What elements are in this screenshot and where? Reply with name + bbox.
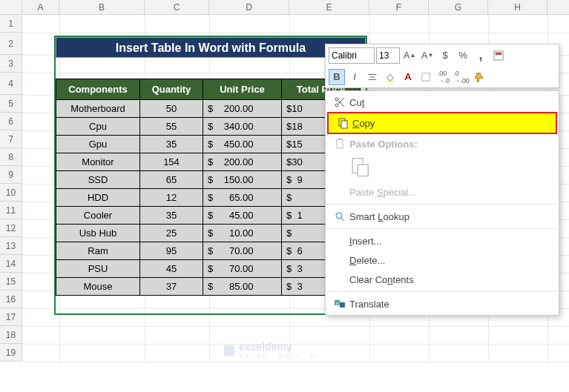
table-cell[interactable]: Cooler [56, 207, 140, 225]
table-cell[interactable]: 95 [140, 242, 203, 260]
menu-copy[interactable]: Copy [327, 112, 557, 134]
svg-rect-14 [338, 139, 341, 140]
increase-decimal-icon[interactable]: .00→.0 [435, 69, 452, 85]
table-cell[interactable]: HDD [56, 189, 140, 207]
row-header-13[interactable]: 13 [0, 237, 22, 255]
row-header-5[interactable]: 5 [0, 95, 22, 113]
row-header-19[interactable]: 19 [0, 344, 22, 362]
row-header-7[interactable]: 7 [0, 130, 22, 148]
data-table: ComponentsQuantityUnit PriceTotal Price … [56, 79, 361, 296]
bold-button[interactable]: B [329, 69, 345, 85]
col-header-B[interactable]: B [59, 0, 145, 14]
align-center-icon[interactable] [364, 69, 381, 85]
table-cell[interactable]: 45 [140, 260, 203, 278]
fill-color-icon[interactable] [382, 69, 398, 85]
row-header-12[interactable]: 12 [0, 219, 22, 237]
svg-line-9 [338, 101, 344, 107]
table-cell[interactable]: 50 [140, 100, 203, 118]
col-header-H[interactable]: H [488, 0, 547, 14]
increase-font-icon[interactable]: A▲ [401, 47, 418, 64]
table-cell[interactable]: 154 [140, 153, 203, 171]
mini-toolbar: A▲ A▼ $ % , B I A .00→.0 .0→.00 [325, 44, 559, 88]
table-cell[interactable]: 37 [140, 278, 203, 296]
table-cell[interactable]: Ram [56, 242, 140, 260]
paste-option-icon[interactable] [349, 156, 370, 177]
menu-paste-special[interactable]: Paste Special... [326, 182, 559, 202]
col-header-C[interactable]: C [145, 0, 209, 14]
col-header-D[interactable]: D [209, 0, 289, 14]
table-cell[interactable]: $ 200.00 [203, 153, 282, 171]
row-header-17[interactable]: 17 [0, 308, 22, 326]
menu-cut[interactable]: Cut [326, 93, 559, 112]
table-cell[interactable]: Motherboard [56, 100, 140, 118]
table-cell[interactable]: $ 85.00 [203, 278, 282, 296]
row-header-18[interactable]: 18 [0, 326, 22, 344]
svg-rect-5 [387, 81, 395, 82]
comma-format-icon[interactable]: , [473, 47, 489, 64]
table-cell[interactable]: Gpu [56, 136, 140, 153]
table-cell[interactable]: $ 150.00 [203, 171, 282, 189]
row-header-14[interactable]: 14 [0, 255, 22, 273]
italic-button[interactable]: I [346, 69, 363, 85]
translate-icon: a [330, 298, 349, 310]
table-row: Cooler35$ 45.00$ 1 [56, 207, 361, 225]
row-header-15[interactable]: 15 [0, 273, 22, 290]
menu-translate[interactable]: a Translate [326, 294, 559, 313]
col-header-F[interactable]: F [369, 0, 429, 14]
menu-clear-contents[interactable]: Clear Contents [326, 270, 559, 289]
table-cell[interactable]: 12 [140, 189, 203, 207]
menu-paste-options-label: Paste Options: [326, 134, 559, 153]
row-header-16[interactable]: 16 [0, 290, 22, 308]
table-cell[interactable]: $ 10.00 [203, 225, 282, 242]
title-cell: Insert Table In Word with Formula [56, 37, 366, 58]
row-header-9[interactable]: 9 [0, 166, 22, 184]
row-header-3[interactable]: 3 [0, 55, 22, 73]
table-cell[interactable]: $ 70.00 [203, 242, 282, 260]
table-cell[interactable]: $ 70.00 [203, 260, 282, 278]
table-cell[interactable]: 35 [140, 136, 203, 153]
col-header-G[interactable]: G [429, 0, 488, 14]
table-cell[interactable]: $ 45.00 [203, 207, 282, 225]
table-cell[interactable]: 25 [140, 225, 203, 242]
svg-point-8 [335, 98, 338, 101]
row-header-4[interactable]: 4 [0, 73, 22, 95]
row-header-11[interactable]: 11 [0, 202, 22, 219]
row-header-1[interactable]: 1 [0, 15, 22, 33]
row-header-2[interactable]: 2 [0, 33, 22, 55]
font-family-select[interactable] [329, 47, 375, 64]
table-cell[interactable]: 65 [140, 171, 203, 189]
table-cell[interactable]: PSU [56, 260, 140, 278]
table-row: HDD12$ 65.00$ [56, 189, 361, 207]
font-color-icon[interactable]: A [400, 69, 416, 85]
font-size-select[interactable] [376, 47, 400, 64]
format-painter-icon[interactable] [471, 69, 487, 85]
table-row: Mouse37$ 85.00$ 3 [56, 278, 361, 296]
table-cell[interactable]: Mouse [56, 278, 140, 296]
table-cell[interactable]: $ 65.00 [203, 189, 282, 207]
menu-smart-lookup[interactable]: Smart Lookup [326, 207, 559, 226]
percent-format-icon[interactable]: % [455, 47, 471, 64]
decrease-decimal-icon[interactable]: .0→.00 [453, 69, 470, 85]
svg-rect-6 [422, 73, 430, 81]
select-all-corner[interactable] [0, 0, 22, 14]
table-cell[interactable]: Monitor [56, 153, 140, 171]
decrease-font-icon[interactable]: A▼ [419, 47, 435, 64]
row-header-8[interactable]: 8 [0, 148, 22, 166]
table-cell[interactable]: SSD [56, 171, 140, 189]
table-cell[interactable]: $ 200.00 [203, 100, 282, 118]
table-cell[interactable]: 55 [140, 118, 203, 136]
row-header-6[interactable]: 6 [0, 113, 22, 130]
col-header-A[interactable]: A [22, 0, 59, 14]
borders-icon[interactable] [418, 69, 434, 85]
col-header-E[interactable]: E [289, 0, 369, 14]
table-cell[interactable]: Usb Hub [56, 225, 140, 242]
table-cell[interactable]: $ 450.00 [203, 136, 282, 153]
table-cell[interactable]: 35 [140, 207, 203, 225]
accounting-format-icon[interactable]: $ [437, 47, 453, 64]
menu-delete[interactable]: Delete... [326, 250, 559, 270]
cell-styles-icon[interactable] [490, 47, 507, 64]
menu-insert[interactable]: Insert... [326, 231, 559, 250]
row-header-10[interactable]: 10 [0, 184, 22, 202]
table-cell[interactable]: Cpu [56, 118, 140, 136]
table-cell[interactable]: $ 340.00 [203, 118, 282, 136]
